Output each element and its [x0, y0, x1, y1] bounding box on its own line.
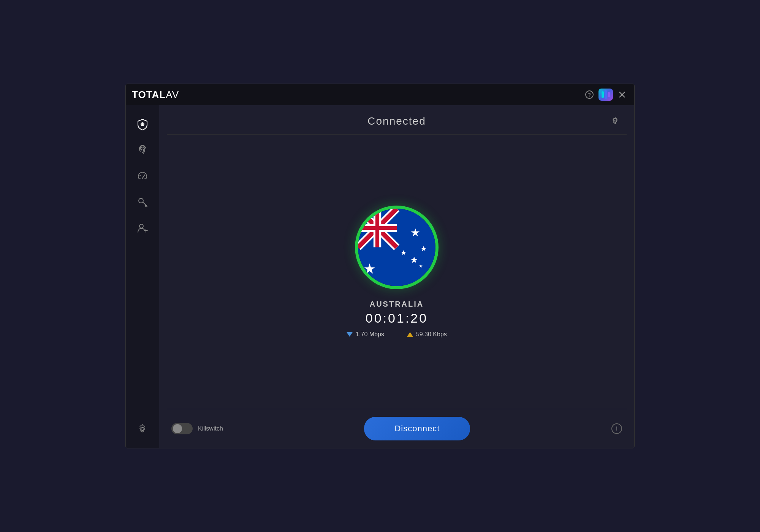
vpn-status-title: Connected — [185, 115, 608, 127]
svg-point-15 — [139, 224, 143, 228]
sidebar-item-speedometer[interactable] — [131, 165, 154, 187]
svg-rect-29 — [358, 226, 397, 230]
bar2 — [605, 90, 607, 99]
download-arrow-icon — [347, 332, 353, 337]
svg-point-5 — [142, 124, 143, 125]
connection-info: AUSTRALIA 00:01:20 1.70 Mbps 59.30 Kbps — [347, 300, 447, 338]
vpn-header: Connected — [159, 105, 634, 134]
australia-flag: ★ ★ ★ ★ ★ ★ — [358, 209, 435, 286]
title-bar: TOTAL AV ? — [126, 84, 634, 105]
sidebar-item-key[interactable] — [131, 190, 154, 213]
app-window: TOTAL AV ? — [125, 84, 635, 448]
svg-text:★: ★ — [401, 249, 407, 256]
sidebar-item-settings[interactable] — [131, 418, 154, 440]
vpn-content: Connected — [159, 105, 634, 448]
svg-point-7 — [142, 177, 143, 179]
flag-container: ★ ★ ★ ★ ★ ★ — [355, 206, 439, 289]
vpn-footer: Killswitch Disconnect i — [159, 409, 634, 448]
upload-speed: 59.30 Kbps — [407, 331, 447, 338]
disconnect-button[interactable]: Disconnect — [364, 417, 470, 440]
connection-timer: 00:01:20 — [366, 311, 428, 326]
speed-row: 1.70 Mbps 59.30 Kbps — [347, 331, 447, 338]
close-button[interactable] — [616, 89, 628, 101]
toggle-knob — [173, 424, 182, 433]
svg-line-10 — [140, 175, 141, 176]
app-logo: TOTAL AV — [132, 89, 179, 101]
info-button[interactable]: i — [611, 423, 622, 434]
killswitch-toggle[interactable] — [171, 423, 193, 434]
upload-speed-value: 59.30 Kbps — [416, 331, 447, 338]
svg-text:★: ★ — [410, 255, 418, 265]
logo-total: TOTAL — [132, 89, 166, 101]
upload-arrow-icon — [407, 332, 413, 337]
killswitch-label: Killswitch — [198, 425, 223, 432]
main-area: Connected — [126, 105, 634, 448]
svg-text:★: ★ — [419, 263, 423, 269]
bar1 — [602, 91, 604, 98]
app-switcher-icon[interactable] — [598, 89, 613, 101]
title-bar-actions: ? — [583, 89, 628, 101]
sidebar — [126, 105, 159, 448]
help-button[interactable]: ? — [583, 89, 595, 101]
svg-text:?: ? — [588, 92, 591, 98]
bar3 — [608, 92, 610, 97]
download-speed-value: 1.70 Mbps — [356, 331, 384, 338]
sidebar-item-shield[interactable] — [131, 113, 154, 136]
svg-text:★: ★ — [420, 244, 427, 253]
killswitch-area: Killswitch — [171, 423, 223, 434]
vpn-body: ★ ★ ★ ★ ★ ★ AUSTRALIA 00:01:20 — [159, 135, 634, 409]
logo-av: AV — [166, 89, 179, 101]
download-speed: 1.70 Mbps — [347, 331, 384, 338]
sidebar-item-add-user[interactable] — [131, 216, 154, 239]
svg-text:★: ★ — [410, 226, 420, 239]
sidebar-item-fingerprint[interactable] — [131, 139, 154, 162]
svg-text:★: ★ — [363, 261, 376, 277]
vpn-settings-button[interactable] — [608, 114, 622, 128]
country-name: AUSTRALIA — [370, 300, 424, 309]
